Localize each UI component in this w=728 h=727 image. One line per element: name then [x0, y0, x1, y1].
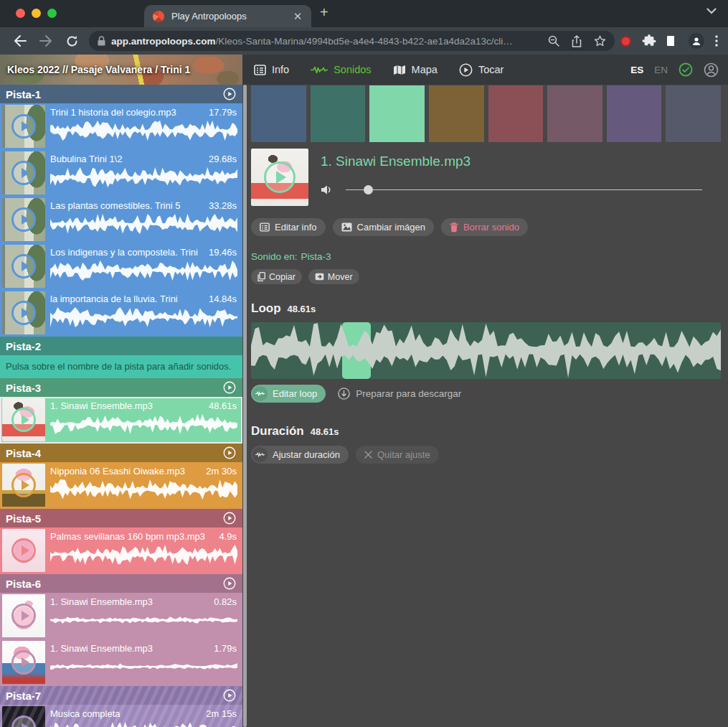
url-bar[interactable]: app.antropoloops.com /Kleos-Santa-Marina…	[89, 31, 615, 51]
sound-clip[interactable]: 1. Sinawi Ensemble.mp30.82s	[0, 593, 242, 639]
copy-button[interactable]: Copiar	[251, 269, 302, 284]
palette-swatch-5[interactable]	[488, 85, 544, 142]
remove-adjust-button[interactable]: Quitar ajuste	[356, 446, 439, 464]
tab-close-icon[interactable]: ✕	[291, 10, 304, 23]
lang-en[interactable]: EN	[654, 65, 668, 75]
edit-info-button[interactable]: Editar info	[251, 218, 326, 236]
forward-button[interactable]	[37, 35, 55, 47]
track-play-button[interactable]	[222, 576, 237, 591]
track-header[interactable]: Pista-1	[0, 85, 242, 103]
sound-thumbnail[interactable]	[251, 149, 308, 206]
clip-thumbnail-play[interactable]	[2, 291, 45, 334]
clip-thumbnail-play[interactable]	[2, 706, 45, 727]
share-icon[interactable]	[572, 35, 582, 47]
track-header[interactable]: Pista-7	[0, 686, 242, 705]
loop-waveform-panel[interactable]	[251, 322, 721, 379]
profile-avatar[interactable]	[689, 33, 704, 49]
account-icon[interactable]	[704, 62, 719, 78]
palette-swatch-4[interactable]	[429, 85, 484, 142]
browser-tab[interactable]: Play Antropoloops ✕	[144, 5, 311, 27]
track-header[interactable]: Pista-3	[0, 378, 242, 397]
palette-swatch-3[interactable]	[369, 85, 425, 142]
edit-loop-button[interactable]: Editar loop	[251, 385, 326, 403]
palette-swatch-6[interactable]	[547, 85, 602, 142]
sound-clip[interactable]: la importancia de la lluvia. Trini14.84s	[0, 290, 242, 337]
maximize-window-button[interactable]	[47, 9, 57, 18]
palette-swatch-2[interactable]	[311, 85, 366, 142]
palette-swatch-8[interactable]	[666, 85, 721, 142]
macos-traffic-lights[interactable]	[0, 9, 57, 27]
track-header[interactable]: Pista-5	[0, 509, 242, 527]
sidebar-scrollbar[interactable]	[242, 85, 247, 727]
clip-thumbnail-play[interactable]	[2, 464, 45, 507]
volume-slider-handle[interactable]	[364, 185, 373, 194]
clip-duration: 4.9s	[219, 531, 237, 542]
sound-clip[interactable]: 1. Sinawi Ensemble.mp348.61s	[0, 397, 242, 444]
palette-swatch-1[interactable]	[251, 85, 306, 142]
project-map-banner[interactable]: Kleos 2022 // Pasaje Valvanera / Trini 1	[0, 55, 242, 85]
prepare-download-button[interactable]: Preparar para descargar	[338, 388, 461, 400]
sound-clip[interactable]: Los indigenas y la compostela. Trini19.4…	[0, 243, 242, 290]
reload-button[interactable]	[62, 35, 81, 47]
track-play-button[interactable]	[222, 688, 237, 703]
sound-clip[interactable]: 1. Sinawi Ensemble.mp31.79s	[0, 639, 242, 686]
volume-icon[interactable]	[321, 184, 332, 195]
clip-thumbnail-play[interactable]	[2, 245, 45, 288]
minimize-window-button[interactable]	[32, 9, 41, 18]
track-header[interactable]: Pista-4	[0, 444, 242, 462]
scrollbar-thumb[interactable]	[243, 85, 247, 727]
track-play-button[interactable]	[222, 446, 237, 460]
clip-thumbnail-play[interactable]	[2, 398, 45, 441]
clip-thumbnail-play[interactable]	[2, 151, 45, 194]
clip-thumbnail-play[interactable]	[2, 594, 45, 637]
sound-clip[interactable]: Bubulina Trini 1\229.68s	[0, 150, 242, 197]
sound-clip[interactable]: Las plantas comestibles. Trini 533.28s	[0, 197, 242, 243]
track-name[interactable]: Pista-2	[6, 340, 41, 352]
track-header[interactable]: Pista-2	[0, 337, 242, 355]
track-play-button[interactable]	[222, 511, 237, 525]
track-name[interactable]: Pista-3	[6, 382, 41, 394]
tab-search-chevron-icon[interactable]	[706, 4, 717, 17]
track-header[interactable]: Pista-6	[0, 574, 242, 593]
browser-toolbar: app.antropoloops.com /Kleos-Santa-Marina…	[0, 27, 728, 55]
track-name[interactable]: Pista-6	[6, 578, 41, 590]
tab-sonidos[interactable]: Sonidos	[311, 64, 371, 75]
close-window-button[interactable]	[16, 9, 25, 18]
track-pista-1: Pista-1Trini 1 historia del colegio.mp31…	[0, 85, 242, 337]
browser-menu-icon[interactable]	[715, 35, 718, 47]
volume-slider[interactable]	[346, 189, 702, 190]
recording-extension-icon[interactable]	[620, 36, 631, 47]
new-tab-button[interactable]: +	[320, 9, 328, 16]
palette-swatch-7[interactable]	[607, 85, 662, 142]
tab-info[interactable]: Info	[254, 64, 289, 75]
zoom-icon[interactable]	[548, 35, 559, 47]
tab-tocar[interactable]: Tocar	[459, 63, 504, 77]
trash-icon	[450, 222, 458, 233]
bookmark-star-icon[interactable]	[594, 35, 606, 47]
track-play-button[interactable]	[222, 87, 237, 101]
track-name[interactable]: Pista-4	[6, 447, 41, 459]
sound-clip[interactable]: Musica completa2m 15s	[0, 705, 242, 727]
move-button[interactable]: Mover	[308, 269, 359, 284]
clip-thumbnail-play[interactable]	[2, 529, 45, 572]
change-image-button[interactable]: Cambiar imágen	[333, 218, 434, 236]
breadcrumb[interactable]: Kleos 2022 // Pasaje Valvanera / Trini 1	[7, 64, 190, 75]
side-panel-icon[interactable]	[667, 36, 678, 46]
clip-thumbnail-play[interactable]	[2, 198, 45, 241]
back-button[interactable]	[11, 35, 29, 47]
track-name[interactable]: Pista-5	[6, 512, 41, 525]
sound-in-track-link[interactable]: Pista-3	[301, 251, 331, 262]
adjust-duration-button[interactable]: Ajustar duración	[251, 446, 349, 464]
tab-mapa[interactable]: Mapa	[393, 64, 438, 75]
sound-clip[interactable]: Trini 1 historia del colegio.mp317.79s	[0, 103, 242, 150]
track-name[interactable]: Pista-7	[6, 690, 41, 702]
track-play-button[interactable]	[222, 380, 237, 395]
lang-es[interactable]: ES	[630, 65, 643, 75]
sound-clip[interactable]: Nipponia 06 Esashi Oiwake.mp32m 30s	[0, 462, 242, 509]
track-name[interactable]: Pista-1	[6, 88, 41, 100]
clip-thumbnail-play[interactable]	[2, 105, 45, 148]
delete-sound-button[interactable]: Borrar sonido	[441, 218, 528, 236]
sound-clip[interactable]: Palmas sevillanas 160 bpm mp3.mp34.9s	[0, 527, 242, 574]
extensions-puzzle-icon[interactable]	[642, 34, 656, 48]
clip-thumbnail-play[interactable]	[2, 641, 45, 684]
